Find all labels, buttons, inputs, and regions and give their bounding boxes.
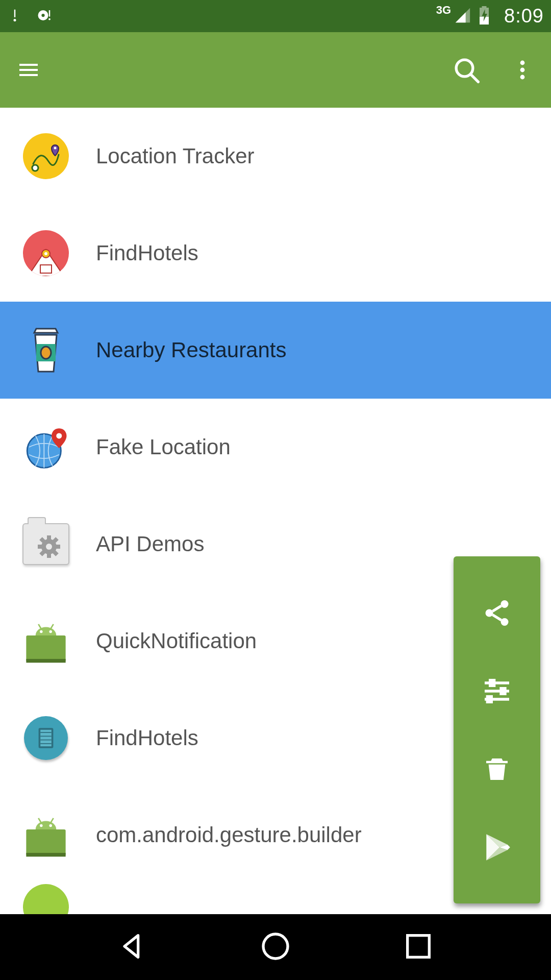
svg-rect-3 xyxy=(49,10,51,17)
list-item-label: Location Tracker xyxy=(96,144,255,168)
location-tracker-icon xyxy=(22,133,69,180)
trash-icon xyxy=(483,755,511,783)
list-item-location-tracker[interactable]: Location Tracker xyxy=(0,108,551,205)
svg-line-23 xyxy=(54,552,57,555)
svg-point-8 xyxy=(520,75,525,80)
play-store-icon xyxy=(481,831,513,863)
home-icon xyxy=(259,930,292,963)
svg-point-36 xyxy=(40,824,43,827)
coffee-cup-icon xyxy=(22,327,69,374)
svg-point-37 xyxy=(49,824,52,827)
list-item-label: API Demos xyxy=(96,532,204,556)
svg-point-15 xyxy=(56,433,62,438)
svg-point-7 xyxy=(520,68,525,72)
nav-recent-button[interactable] xyxy=(402,930,435,965)
svg-line-22 xyxy=(41,538,44,542)
findhotels-teal-icon xyxy=(22,715,69,762)
globe-pin-icon xyxy=(22,424,69,471)
svg-line-38 xyxy=(38,818,41,823)
android-icon xyxy=(22,812,69,859)
share-button[interactable] xyxy=(480,596,514,630)
list-item-label: FindHotels xyxy=(96,241,198,265)
svg-rect-47 xyxy=(490,680,494,685)
svg-point-40 xyxy=(23,884,69,914)
svg-point-0 xyxy=(14,18,16,21)
list-item-label: Fake Location xyxy=(96,435,231,459)
folder-gear-icon xyxy=(22,521,69,568)
back-icon xyxy=(116,930,149,963)
svg-rect-48 xyxy=(501,688,505,694)
list-item-fake-location[interactable]: Fake Location xyxy=(0,399,551,496)
svg-rect-34 xyxy=(26,829,65,856)
svg-point-50 xyxy=(263,934,288,959)
app-list: Location Tracker FindHotels Nearby Resta… xyxy=(0,108,551,914)
overflow-button[interactable] xyxy=(508,56,537,84)
svg-point-9 xyxy=(54,147,57,150)
floating-action-panel xyxy=(454,556,540,903)
list-item-nearby-restaurants[interactable]: Nearby Restaurants xyxy=(0,302,551,399)
list-item-label: FindHotels xyxy=(96,726,198,750)
status-right-icons: 3G 8:09 xyxy=(436,5,544,27)
svg-rect-26 xyxy=(26,635,65,662)
svg-point-12 xyxy=(44,252,47,255)
svg-rect-10 xyxy=(40,265,52,273)
svg-rect-35 xyxy=(26,853,65,856)
list-item-label: com.android.gesture.builder xyxy=(96,823,362,847)
svg-rect-51 xyxy=(408,935,430,957)
svg-point-6 xyxy=(520,61,525,65)
menu-button[interactable] xyxy=(14,56,43,84)
svg-line-31 xyxy=(51,624,54,629)
play-store-button[interactable] xyxy=(480,830,514,865)
list-item-findhotels-a[interactable]: FindHotels xyxy=(0,205,551,302)
svg-point-43 xyxy=(501,618,509,626)
search-icon xyxy=(452,55,481,85)
svg-point-13 xyxy=(41,347,51,359)
svg-point-42 xyxy=(486,609,493,617)
disc-icon xyxy=(37,8,52,25)
svg-point-4 xyxy=(48,18,51,20)
svg-line-24 xyxy=(41,552,44,555)
system-nav-bar xyxy=(0,914,551,980)
network-type-label: 3G xyxy=(436,4,451,17)
svg-line-39 xyxy=(51,818,54,823)
priority-icon xyxy=(7,8,22,25)
status-left-icons xyxy=(7,8,52,25)
recent-icon xyxy=(402,930,435,963)
battery-icon xyxy=(478,6,491,27)
partial-icon xyxy=(22,884,69,914)
status-bar: 3G 8:09 xyxy=(0,0,551,32)
delete-button[interactable] xyxy=(480,752,514,787)
share-icon xyxy=(482,598,512,628)
svg-rect-49 xyxy=(487,696,491,702)
svg-point-17 xyxy=(46,544,52,550)
nav-home-button[interactable] xyxy=(259,930,292,965)
status-time: 8:09 xyxy=(504,5,544,27)
menu-icon xyxy=(16,58,41,82)
search-button[interactable] xyxy=(452,56,481,84)
svg-point-28 xyxy=(40,630,43,633)
svg-line-25 xyxy=(54,538,57,542)
svg-point-2 xyxy=(41,13,44,16)
svg-point-41 xyxy=(501,600,509,608)
findhotels-red-icon xyxy=(22,230,69,277)
overflow-icon xyxy=(510,58,535,82)
svg-rect-27 xyxy=(26,659,65,663)
android-icon xyxy=(22,618,69,665)
svg-point-29 xyxy=(49,630,52,633)
tune-button[interactable] xyxy=(480,674,514,708)
nav-back-button[interactable] xyxy=(116,930,149,965)
list-item-label: Nearby Restaurants xyxy=(96,338,287,362)
svg-line-30 xyxy=(38,624,41,629)
signal-icon xyxy=(454,7,471,26)
tune-icon xyxy=(481,675,513,707)
list-item-label: QuickNotification xyxy=(96,629,257,653)
app-bar xyxy=(0,32,551,108)
